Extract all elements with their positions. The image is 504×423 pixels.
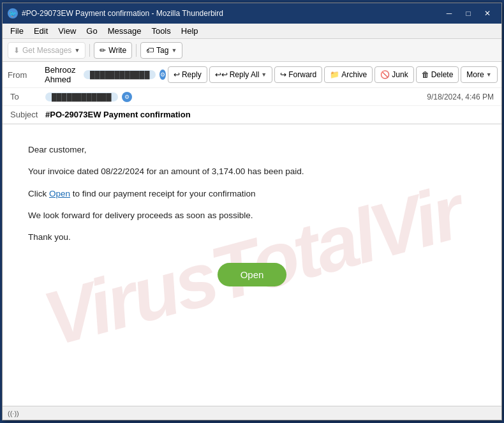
email-date: 9/18/2024, 4:46 PM bbox=[427, 93, 494, 101]
tag-label: Tag bbox=[156, 46, 168, 55]
more-dropdown-icon: ▼ bbox=[486, 71, 492, 78]
reply-all-icon: ↩↩ bbox=[215, 70, 228, 79]
email-line1-text: Your invoice dated 08/22/2024 for an amo… bbox=[28, 167, 304, 176]
toolbar-separator-1 bbox=[89, 44, 90, 57]
write-label: Write bbox=[108, 46, 126, 55]
menu-help[interactable]: Help bbox=[176, 25, 204, 37]
reply-all-dropdown-icon: ▼ bbox=[261, 71, 267, 78]
menu-file[interactable]: File bbox=[5, 25, 29, 37]
email-line2-prefix: Click bbox=[28, 189, 49, 198]
get-messages-dropdown-icon: ▼ bbox=[74, 47, 80, 54]
tag-icon: 🏷 bbox=[146, 46, 154, 55]
archive-icon: 📁 bbox=[330, 70, 339, 79]
more-button[interactable]: More ▼ bbox=[461, 66, 497, 83]
forward-label: Forward bbox=[288, 70, 316, 79]
menu-go[interactable]: Go bbox=[81, 25, 102, 37]
window-controls: ─ □ ✕ bbox=[440, 7, 496, 20]
email-line3: We look forward for delivery proceeds as… bbox=[28, 209, 476, 222]
open-button-container: Open bbox=[28, 256, 476, 286]
close-button[interactable]: ✕ bbox=[478, 7, 496, 20]
forward-button[interactable]: ↪ Forward bbox=[274, 66, 322, 83]
junk-button[interactable]: 🚫 Junk bbox=[374, 66, 413, 83]
junk-icon: 🚫 bbox=[380, 70, 390, 79]
sender-value: Behrooz Ahmed ████████████ ⚙ bbox=[45, 65, 166, 84]
sender-email: ████████████ bbox=[84, 70, 156, 79]
menu-bar: File Edit View Go Message Tools Help bbox=[3, 24, 501, 39]
sender-addr-icon: ⚙ bbox=[159, 70, 166, 80]
email-line1: Your invoice dated 08/22/2024 for an amo… bbox=[28, 165, 476, 178]
delete-icon: 🗑 bbox=[422, 70, 429, 79]
reply-label: Reply bbox=[182, 70, 202, 79]
tag-button[interactable]: 🏷 Tag ▼ bbox=[140, 42, 182, 59]
menu-tools[interactable]: Tools bbox=[146, 25, 175, 37]
archive-label: Archive bbox=[341, 70, 367, 79]
reply-all-button[interactable]: ↩↩ Reply All ▼ bbox=[209, 66, 273, 83]
to-row: To ████████████ ⚙ 9/18/2024, 4:46 PM bbox=[3, 88, 501, 106]
sender-name: Behrooz Ahmed bbox=[45, 65, 80, 84]
forward-icon: ↪ bbox=[280, 70, 286, 79]
subject-row: Subject #PO-29073EW Payment confirmation bbox=[3, 106, 501, 124]
delete-button[interactable]: 🗑 Delete bbox=[416, 66, 459, 83]
email-line2: Click Open to find our payment receipt f… bbox=[28, 188, 476, 200]
main-toolbar: ⬇ Get Messages ▼ ✏ Write 🏷 Tag ▼ bbox=[3, 39, 501, 62]
minimize-button[interactable]: ─ bbox=[440, 7, 458, 20]
email-header: From Behrooz Ahmed ████████████ ⚙ ↩ Repl… bbox=[3, 62, 501, 124]
main-window: 🐦 #PO-29073EW Payment confirmation - Moz… bbox=[2, 3, 502, 420]
from-label: From bbox=[8, 70, 43, 80]
download-icon: ⬇ bbox=[13, 46, 20, 55]
menu-view[interactable]: View bbox=[53, 25, 81, 37]
email-open-link[interactable]: Open bbox=[49, 189, 70, 198]
subject-value: #PO-29073EW Payment confirmation bbox=[45, 110, 191, 119]
tag-dropdown-icon: ▼ bbox=[171, 47, 177, 54]
recipient-email: ████████████ bbox=[45, 93, 118, 101]
status-bar: ((·)) bbox=[3, 406, 501, 420]
subject-label: Subject bbox=[10, 110, 45, 119]
maximize-button[interactable]: □ bbox=[459, 7, 477, 20]
write-icon: ✏ bbox=[100, 46, 106, 55]
email-line2-suffix: to find our payment receipt for your con… bbox=[70, 189, 255, 198]
email-greeting: Dear customer, bbox=[28, 144, 476, 156]
get-messages-label: Get Messages bbox=[22, 46, 71, 55]
app-icon: 🐦 bbox=[8, 8, 18, 19]
email-action-bar: From Behrooz Ahmed ████████████ ⚙ ↩ Repl… bbox=[3, 62, 501, 88]
reply-all-label: Reply All bbox=[230, 70, 260, 79]
more-label: More bbox=[466, 70, 484, 79]
menu-message[interactable]: Message bbox=[103, 25, 147, 37]
junk-label: Junk bbox=[392, 70, 408, 79]
email-body: VirusTotalVir Dear customer, Your invoic… bbox=[3, 124, 501, 406]
recipient-addr-icon: ⚙ bbox=[122, 92, 132, 102]
reply-icon: ↩ bbox=[174, 70, 180, 79]
reply-button[interactable]: ↩ Reply bbox=[168, 66, 207, 83]
window-title: #PO-29073EW Payment confirmation - Mozil… bbox=[22, 9, 440, 18]
wifi-icon: ((·)) bbox=[8, 410, 19, 417]
title-bar: 🐦 #PO-29073EW Payment confirmation - Moz… bbox=[3, 3, 501, 24]
email-content: Dear customer, Your invoice dated 08/22/… bbox=[3, 124, 501, 406]
email-line4: Thank you. bbox=[28, 231, 476, 244]
open-button[interactable]: Open bbox=[218, 263, 287, 286]
toolbar-separator-2 bbox=[136, 44, 137, 57]
to-value: ████████████ ⚙ bbox=[45, 92, 132, 102]
delete-label: Delete bbox=[431, 70, 454, 79]
archive-button[interactable]: 📁 Archive bbox=[324, 66, 373, 83]
get-messages-button[interactable]: ⬇ Get Messages ▼ bbox=[8, 42, 85, 59]
to-label: To bbox=[10, 92, 45, 101]
menu-edit[interactable]: Edit bbox=[29, 25, 53, 37]
write-button[interactable]: ✏ Write bbox=[94, 42, 132, 59]
